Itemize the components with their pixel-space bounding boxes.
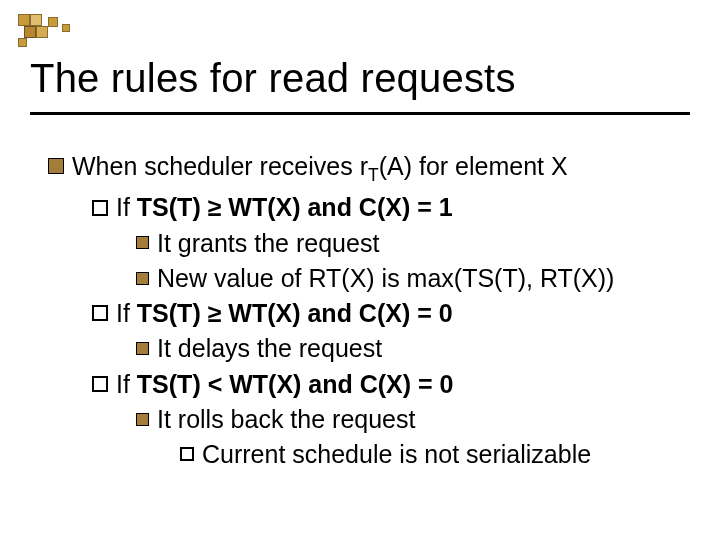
square-bullet-icon — [136, 236, 149, 249]
case1-action1: It grants the request — [136, 227, 690, 260]
square-bullet-icon — [48, 158, 64, 174]
case1-if: If — [116, 193, 137, 221]
case3-condition: If TS(T) < WT(X) and C(X) = 0 — [92, 368, 690, 401]
case1-action2-text: New value of RT(X) is max(TS(T), RT(X)) — [157, 264, 614, 292]
hollow-square-bullet-icon — [92, 376, 108, 392]
hollow-square-bullet-icon — [92, 305, 108, 321]
case1-action2: New value of RT(X) is max(TS(T), RT(X)) — [136, 262, 690, 295]
case3-action1: It rolls back the request — [136, 403, 690, 436]
intro-text-post: (A) for element X — [379, 152, 568, 180]
case2-if: If — [116, 299, 137, 327]
slide-body: When scheduler receives rT(A) for elemen… — [48, 150, 690, 473]
case3-if: If — [116, 370, 137, 398]
title-underline — [30, 112, 690, 115]
case3-sub: Current schedule is not serializable — [180, 438, 690, 471]
case1-condition: If TS(T) ≥ WT(X) and C(X) = 1 — [92, 191, 690, 224]
case3-action1-text: It rolls back the request — [157, 405, 415, 433]
intro-text-pre: When scheduler receives r — [72, 152, 368, 180]
slide-title: The rules for read requests — [30, 56, 690, 101]
square-bullet-icon — [136, 272, 149, 285]
case1-action1-text: It grants the request — [157, 229, 379, 257]
case2-condition: If TS(T) ≥ WT(X) and C(X) = 0 — [92, 297, 690, 330]
decorative-squares — [18, 14, 88, 46]
case2-cond: TS(T) ≥ WT(X) and C(X) = 0 — [137, 299, 453, 327]
intro-text-sub: T — [368, 165, 379, 185]
case3-sub-text: Current schedule is not serializable — [202, 440, 591, 468]
slide: The rules for read requests When schedul… — [0, 0, 720, 540]
hollow-square-bullet-icon — [180, 447, 194, 461]
case2-action1: It delays the request — [136, 332, 690, 365]
square-bullet-icon — [136, 342, 149, 355]
intro-line: When scheduler receives rT(A) for elemen… — [48, 150, 690, 187]
case2-action1-text: It delays the request — [157, 334, 382, 362]
case3-cond: TS(T) < WT(X) and C(X) = 0 — [137, 370, 454, 398]
hollow-square-bullet-icon — [92, 200, 108, 216]
case1-cond: TS(T) ≥ WT(X) and C(X) = 1 — [137, 193, 453, 221]
square-bullet-icon — [136, 413, 149, 426]
